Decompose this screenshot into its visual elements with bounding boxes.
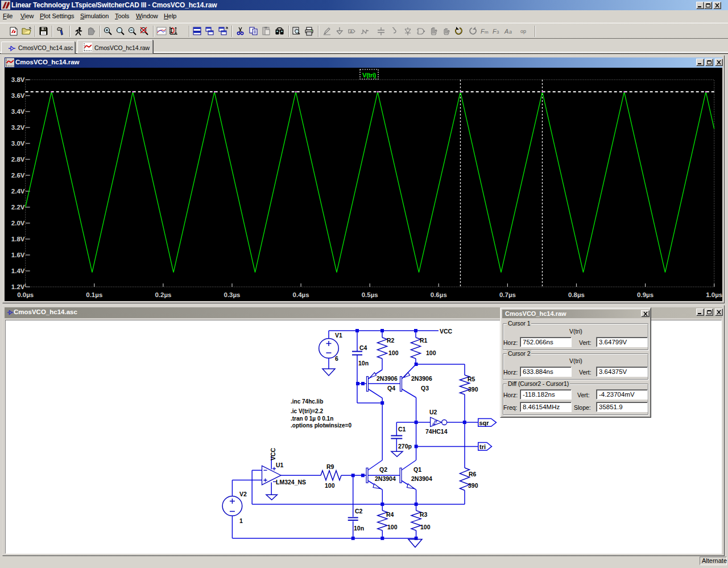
svg-text:2.6V: 2.6V (11, 172, 25, 179)
svg-text:6: 6 (335, 355, 338, 362)
svg-text:0.0µs: 0.0µs (17, 291, 34, 298)
svg-text:0.7µs: 0.7µs (499, 291, 516, 298)
svg-text:Q4: Q4 (387, 385, 395, 392)
svg-text:3.6V: 3.6V (11, 92, 25, 99)
svg-text:a: a (509, 29, 512, 35)
svg-text:0.2µs: 0.2µs (155, 291, 171, 298)
svg-text:A: A (504, 28, 508, 35)
svg-text:0.3µs: 0.3µs (224, 291, 240, 298)
svg-text:R1: R1 (420, 337, 428, 344)
svg-text:2.0V: 2.0V (11, 220, 25, 227)
svg-text:VCC: VCC (270, 447, 276, 460)
svg-text:100: 100 (325, 482, 335, 489)
svg-text:1: 1 (239, 517, 243, 524)
svg-text:Q2: Q2 (379, 466, 387, 473)
svg-text:100: 100 (420, 524, 431, 530)
svg-text:R9: R9 (326, 463, 334, 470)
svg-text:U2: U2 (429, 409, 437, 415)
svg-text:3.2V: 3.2V (11, 124, 25, 131)
svg-text:2N3906: 2N3906 (377, 375, 398, 382)
svg-text:0.5µs: 0.5µs (362, 291, 378, 298)
svg-text:1.8V: 1.8V (11, 236, 25, 242)
svg-text:0.1µs: 0.1µs (86, 291, 102, 298)
svg-text:390: 390 (468, 386, 478, 393)
svg-text:m: m (485, 30, 489, 35)
svg-text:tri: tri (479, 443, 486, 450)
svg-text:2N3904: 2N3904 (375, 475, 396, 482)
svg-text:2N3906: 2N3906 (411, 375, 432, 382)
svg-text:3.8V: 3.8V (11, 76, 25, 83)
svg-text:C1: C1 (398, 426, 406, 433)
svg-text:V1: V1 (335, 332, 342, 339)
svg-text:0.4µs: 0.4µs (293, 291, 309, 298)
svg-text:.inc 74hc.lib: .inc 74hc.lib (291, 398, 323, 405)
svg-text:0.6µs: 0.6µs (431, 291, 447, 298)
svg-text:.ic V(tri)=2.2: .ic V(tri)=2.2 (291, 408, 323, 414)
svg-text:C4: C4 (359, 344, 367, 351)
svg-text:10n: 10n (354, 525, 364, 532)
svg-text:100: 100 (387, 524, 398, 530)
svg-text:R5: R5 (468, 376, 475, 382)
svg-text:0.8µs: 0.8µs (568, 291, 585, 298)
svg-text:2.2V: 2.2V (11, 204, 25, 211)
svg-text:R4: R4 (386, 511, 394, 518)
svg-text:R2: R2 (387, 337, 395, 344)
svg-text:Q3: Q3 (421, 385, 429, 392)
svg-text:100: 100 (426, 349, 436, 356)
svg-text:LM324_NS: LM324_NS (276, 479, 306, 485)
svg-text:3.0V: 3.0V (11, 140, 25, 147)
svg-text:1.0µs: 1.0µs (706, 291, 722, 298)
svg-text:R6: R6 (469, 471, 477, 478)
svg-text:2N3904: 2N3904 (411, 475, 432, 482)
svg-text:100: 100 (388, 349, 399, 356)
svg-text:VCC: VCC (440, 328, 453, 335)
svg-text:C2: C2 (355, 508, 363, 515)
svg-text:A: A (350, 30, 353, 34)
svg-text:10n: 10n (358, 360, 369, 367)
svg-text:.tran 0 1µ 0 0.1n: .tran 0 1µ 0 0.1n (291, 415, 333, 422)
svg-text:2.4V: 2.4V (11, 188, 25, 195)
svg-text:R3: R3 (420, 511, 428, 518)
svg-text:1.4V: 1.4V (11, 267, 25, 274)
svg-text:op: op (520, 28, 526, 34)
svg-text:.options plotwinsize=0: .options plotwinsize=0 (291, 422, 351, 429)
svg-text:Q1: Q1 (413, 466, 421, 473)
svg-text:1.6V: 1.6V (11, 252, 25, 258)
svg-text:3: 3 (497, 30, 499, 35)
svg-text:74HC14: 74HC14 (425, 428, 448, 435)
svg-text:390: 390 (468, 482, 478, 489)
svg-text:1.2V: 1.2V (11, 283, 25, 290)
svg-text:3.4V: 3.4V (11, 108, 25, 115)
svg-text:V(tri): V(tri) (362, 72, 377, 79)
svg-text:2.8V: 2.8V (11, 156, 25, 163)
svg-text:270p: 270p (398, 443, 412, 450)
svg-text:sqr: sqr (479, 419, 490, 426)
svg-text:U1: U1 (276, 462, 284, 468)
svg-text:0.9µs: 0.9µs (637, 291, 653, 298)
svg-text:V2: V2 (239, 491, 247, 497)
